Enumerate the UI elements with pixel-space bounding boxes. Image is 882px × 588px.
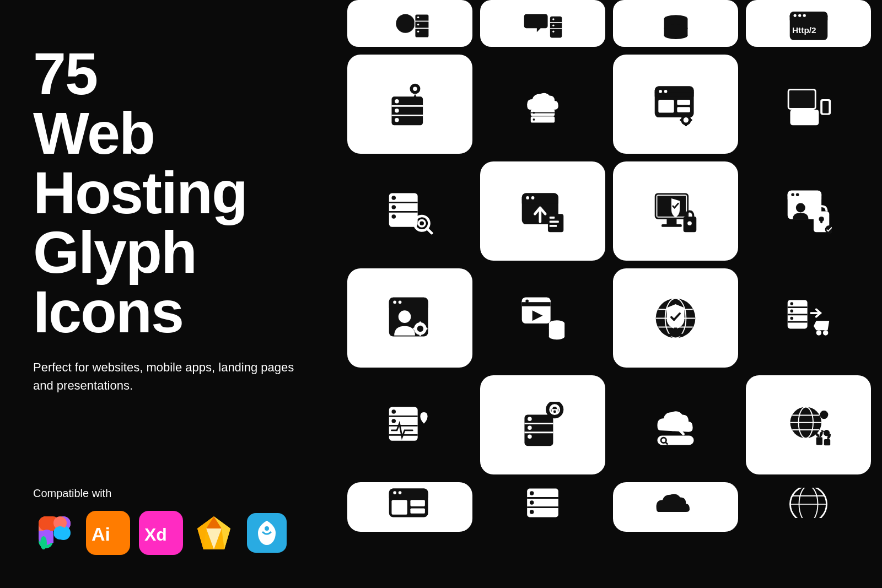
svg-text:Http/2: Http/2 [792,25,816,35]
xd-icon: Xd [139,511,183,555]
svg-rect-145 [674,327,677,333]
svg-rect-7 [40,516,53,530]
page-layout: 75 Web Hosting Glyph Icons Perfect for w… [0,0,882,588]
icon-card-5-2 [480,482,605,532]
svg-rect-64 [655,92,694,96]
svg-point-122 [399,300,402,304]
icon-card-1-1 [347,55,472,154]
svg-point-56 [413,87,417,91]
svg-rect-194 [391,500,407,514]
svg-point-35 [552,24,554,26]
svg-point-171 [553,410,556,413]
svg-rect-132 [522,302,551,306]
icon-card-4-4 [746,375,871,474]
icon-card-1-3 [613,55,738,154]
icons-row-5 [347,482,871,532]
svg-rect-67 [658,100,674,113]
icon-card-5-1 [347,482,472,532]
svg-rect-100 [550,225,557,227]
svg-rect-10 [40,536,47,549]
svg-point-165 [528,417,532,421]
svg-rect-79 [789,90,815,108]
svg-point-203 [790,488,826,518]
svg-point-94 [526,196,529,199]
svg-point-54 [395,118,399,122]
hero-text: 75 Web Hosting Glyph Icons Perfect for w… [33,44,309,395]
svg-point-45 [793,14,796,17]
icon-card-3-3 [613,268,738,368]
icon-card-2-3 [613,161,738,261]
svg-rect-93 [522,199,558,203]
icon-card-2-2 [480,161,605,261]
svg-rect-104 [662,224,682,227]
svg-point-133 [525,299,529,303]
icon-card-3-2 [480,268,605,368]
icon-card-1-2 [480,55,605,154]
svg-rect-77 [790,109,819,125]
svg-rect-129 [424,327,428,330]
icon-card-2-4 [746,161,871,261]
icon-card-4-3 [613,375,738,474]
svg-point-65 [659,90,662,93]
right-panel: Http/2 [342,0,882,588]
svg-point-200 [530,491,534,495]
icon-card-partial-3 [613,0,738,47]
svg-rect-25 [415,14,429,38]
svg-point-152 [790,309,793,312]
svg-point-66 [664,90,668,93]
figma-icon [33,511,77,555]
ai-icon: Ai [86,511,130,555]
svg-rect-74 [680,118,682,121]
svg-point-121 [393,300,396,304]
icon-card-2-1 [347,161,472,261]
svg-point-28 [417,17,418,18]
svg-rect-196 [410,508,424,513]
icons-row-0: Http/2 [347,0,871,47]
svg-point-154 [816,330,821,335]
svg-point-161 [391,419,396,423]
compatible-label: Compatible with [33,487,309,500]
svg-rect-31 [550,17,561,38]
svg-point-71 [684,117,689,122]
svg-line-90 [428,229,432,233]
icons-row-2 [347,161,871,261]
svg-point-36 [552,31,554,33]
svg-point-41 [664,31,687,39]
icon-card-partial-2 [480,0,605,47]
svg-point-123 [399,310,411,323]
svg-point-202 [530,510,534,514]
svg-text:Xd: Xd [144,525,167,544]
subtitle: Perfect for websites, mobile apps, landi… [33,358,309,395]
icons-row-3 [347,268,871,368]
svg-rect-73 [685,123,687,126]
svg-rect-195 [410,500,424,506]
svg-point-183 [820,411,828,419]
svg-rect-99 [550,220,559,223]
svg-point-12 [53,526,67,540]
svg-point-167 [528,434,532,439]
svg-point-34 [552,18,554,20]
svg-point-59 [533,111,535,114]
svg-point-139 [549,325,564,331]
svg-point-193 [399,491,402,494]
icon-card-partial-4: Http/2 [746,0,871,47]
svg-point-86 [391,205,396,209]
svg-rect-72 [685,114,687,116]
compatible-section: Compatible with [33,487,309,555]
icon-card-4-1 [347,375,472,474]
svg-rect-103 [666,219,676,224]
svg-rect-120 [389,304,428,308]
svg-point-111 [791,193,794,196]
svg-point-87 [391,214,396,219]
icon-card-5-4 [746,482,871,532]
svg-point-112 [796,193,799,196]
svg-point-166 [528,425,532,430]
svg-rect-188 [824,439,830,445]
svg-point-24 [396,14,415,33]
svg-rect-126 [420,321,422,325]
svg-point-125 [417,325,423,331]
svg-point-160 [391,409,396,414]
svg-point-52 [395,99,399,104]
main-title: 75 Web Hosting Glyph Icons [33,44,309,342]
icon-card-1-4 [746,55,871,154]
